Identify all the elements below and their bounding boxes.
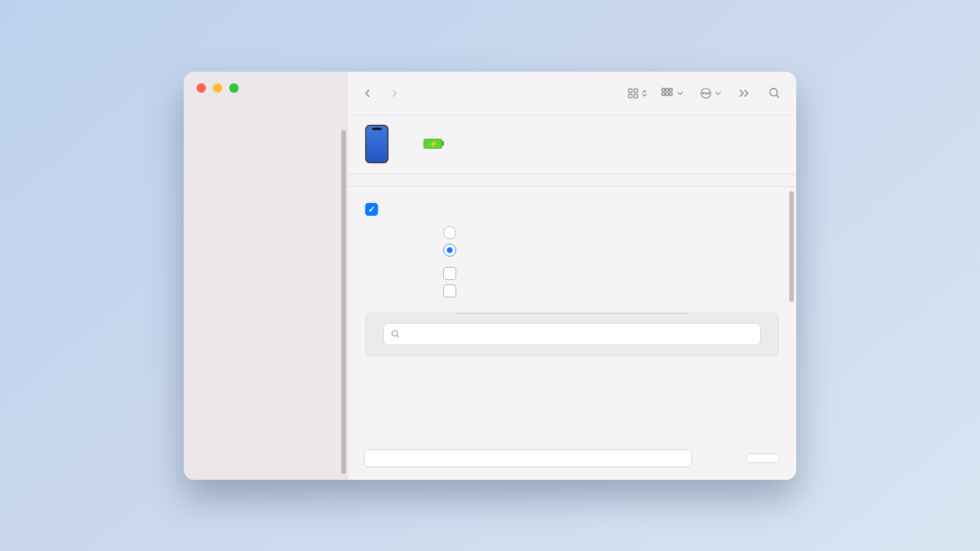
- svg-rect-9: [670, 93, 673, 96]
- finder-window: ⚡ ✓: [184, 72, 796, 480]
- svg-rect-6: [670, 88, 673, 91]
- device-info: ⚡: [401, 139, 442, 149]
- sync-music-row: ✓: [365, 203, 779, 216]
- close-icon[interactable]: [197, 83, 206, 93]
- svg-rect-0: [629, 89, 632, 92]
- search-icon: [391, 329, 400, 339]
- radio-selected[interactable]: [443, 244, 456, 257]
- radio-entire-library[interactable]: [443, 226, 456, 239]
- sync-label: [365, 226, 435, 257]
- options-label: [365, 267, 435, 297]
- svg-rect-3: [634, 94, 638, 97]
- device-thumbnail-icon: [365, 125, 388, 163]
- device-meta: ⚡: [401, 139, 442, 149]
- selection-panel: [365, 313, 779, 356]
- tab-bar: [348, 174, 796, 187]
- overflow-button[interactable]: [734, 85, 754, 101]
- battery-icon: ⚡: [424, 139, 442, 149]
- section-locations: [184, 111, 342, 124]
- device-header: ⚡: [348, 115, 796, 174]
- forward-button[interactable]: [386, 85, 402, 101]
- include-videos-checkbox[interactable]: [443, 267, 456, 280]
- content: ✓: [348, 187, 796, 441]
- section-icloud: [184, 99, 342, 111]
- main: ⚡ ✓: [348, 72, 796, 480]
- bottom-bar: [348, 441, 796, 480]
- svg-rect-4: [662, 88, 665, 91]
- view-icons-button[interactable]: [627, 85, 647, 101]
- sidebar-scrollbar[interactable]: [341, 130, 346, 474]
- sync-button[interactable]: [746, 454, 780, 463]
- svg-point-14: [770, 88, 778, 96]
- toolbar: [348, 72, 796, 115]
- include-videos-row: [443, 267, 463, 280]
- svg-point-13: [708, 92, 709, 93]
- back-button[interactable]: [359, 85, 376, 101]
- search-button[interactable]: [765, 85, 785, 101]
- sidebar-scroll[interactable]: [184, 99, 347, 480]
- svg-point-15: [392, 331, 397, 336]
- content-scrollbar[interactable]: [789, 191, 794, 302]
- sidebar: [184, 72, 348, 480]
- zoom-icon[interactable]: [229, 83, 239, 93]
- action-button[interactable]: [697, 85, 724, 101]
- svg-rect-2: [629, 94, 632, 97]
- group-button[interactable]: [657, 85, 687, 101]
- autofill-checkbox[interactable]: [443, 285, 456, 297]
- svg-rect-7: [662, 93, 665, 96]
- svg-point-12: [705, 92, 706, 93]
- svg-rect-8: [666, 93, 668, 96]
- sync-entire-row: [443, 226, 463, 239]
- autofill-row: [443, 285, 463, 297]
- svg-rect-5: [666, 88, 668, 91]
- window-controls: [184, 72, 347, 99]
- sync-selected-row: [443, 244, 463, 257]
- search-field[interactable]: [383, 323, 761, 345]
- svg-point-11: [702, 92, 704, 93]
- section-tags: [184, 124, 342, 137]
- svg-rect-1: [634, 89, 638, 92]
- sync-music-checkbox[interactable]: ✓: [365, 203, 378, 216]
- minimize-icon[interactable]: [213, 83, 222, 93]
- storage-bar: [364, 450, 692, 467]
- segmented-control[interactable]: [456, 313, 688, 314]
